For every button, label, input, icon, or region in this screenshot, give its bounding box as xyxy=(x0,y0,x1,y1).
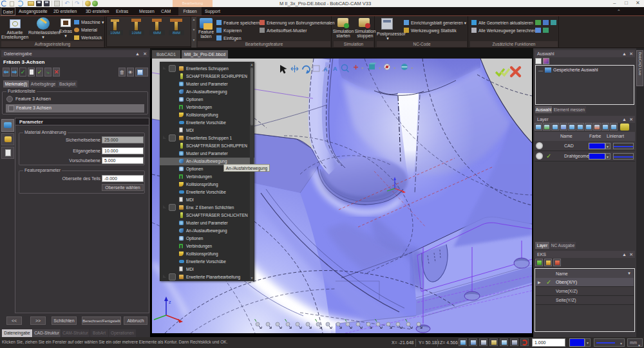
svg-text:z: z xyxy=(169,300,171,304)
svg-text:A: A xyxy=(323,66,328,73)
svg-text:A: A xyxy=(333,66,337,72)
